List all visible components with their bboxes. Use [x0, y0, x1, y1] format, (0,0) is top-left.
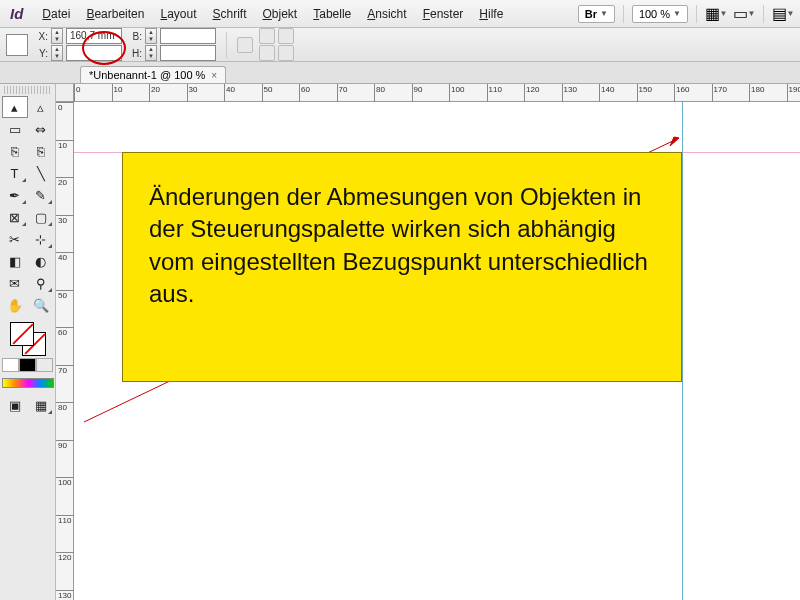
selection-tool[interactable]: ▴	[2, 96, 28, 118]
body-text: Änderungen der Abmesungen von Objekten i…	[149, 181, 655, 311]
bridge-button[interactable]: Br▼	[578, 5, 615, 23]
document-tab[interactable]: *Unbenannt-1 @ 100 % ×	[80, 66, 226, 83]
line-tool[interactable]: ╲	[28, 162, 54, 184]
menu-ansicht[interactable]: Ansicht	[360, 4, 413, 24]
menu-tabelle[interactable]: Tabelle	[306, 4, 358, 24]
canvas[interactable]: 0102030405060708090100110120130140150160…	[56, 84, 800, 600]
vertical-ruler[interactable]: 0102030405060708090100110120130	[56, 102, 74, 600]
scale-y-icon[interactable]	[259, 45, 275, 61]
fill-swatch[interactable]	[10, 322, 34, 346]
pencil-tool[interactable]: ✎	[28, 184, 54, 206]
arrange-documents-icon[interactable]: ▤▼	[772, 4, 794, 24]
fill-stroke-swatches[interactable]	[8, 322, 48, 356]
zoom-level[interactable]: 100 %▼	[632, 5, 688, 23]
tab-close-icon[interactable]: ×	[211, 70, 217, 81]
menu-objekt[interactable]: Objekt	[256, 4, 305, 24]
toolbox-grip[interactable]	[4, 86, 52, 94]
menu-bar: Id Datei Bearbeiten Layout Schrift Objek…	[0, 0, 800, 28]
app-logo: Id	[6, 5, 33, 22]
menu-datei[interactable]: Datei	[35, 4, 77, 24]
menu-hilfe[interactable]: Hilfe	[472, 4, 510, 24]
page-tool[interactable]: ▭	[2, 118, 28, 140]
x-stepper[interactable]: ▲▼	[51, 28, 63, 44]
pen-tool[interactable]: ✒	[2, 184, 28, 206]
type-tool[interactable]: T	[2, 162, 28, 184]
document-tabs: *Unbenannt-1 @ 100 % ×	[0, 62, 800, 84]
page[interactable]: Änderungen der Abmesungen von Objekten i…	[74, 102, 800, 600]
content-collector-tool[interactable]: ⎘	[2, 140, 28, 162]
constrain-icon[interactable]	[237, 37, 253, 53]
h-field[interactable]	[160, 45, 216, 61]
eyedropper-tool[interactable]: ⚲	[28, 272, 54, 294]
h-stepper[interactable]: ▲▼	[145, 45, 157, 61]
x-label: X:	[34, 31, 48, 42]
preview-view-icon[interactable]: ▦	[28, 394, 54, 416]
view-options-icon[interactable]: ▦▼	[705, 4, 727, 24]
control-panel: X: ▲▼ 160,7 mm Y: ▲▼ B: ▲▼ H: ▲▼	[0, 28, 800, 62]
scale-x-icon[interactable]	[259, 28, 275, 44]
rectangle-tool[interactable]: ▢	[28, 206, 54, 228]
direct-selection-tool[interactable]: ▵	[28, 96, 54, 118]
free-transform-tool[interactable]: ⊹	[28, 228, 54, 250]
scissors-tool[interactable]: ✂	[2, 228, 28, 250]
gradient-feather-tool[interactable]: ◐	[28, 250, 54, 272]
h-label: H:	[128, 48, 142, 59]
reference-point[interactable]	[6, 34, 28, 56]
menu-bearbeiten[interactable]: Bearbeiten	[79, 4, 151, 24]
b-label: B:	[128, 31, 142, 42]
apply-none-icon[interactable]	[36, 358, 53, 372]
zoom-tool[interactable]: 🔍	[28, 294, 54, 316]
apply-container-icon[interactable]	[2, 358, 19, 372]
color-theme-bar[interactable]	[2, 378, 54, 388]
b-stepper[interactable]: ▲▼	[145, 28, 157, 44]
x-field[interactable]: 160,7 mm	[66, 28, 122, 44]
shear-icon[interactable]	[278, 45, 294, 61]
normal-view-icon[interactable]: ▣	[2, 394, 28, 416]
hand-tool[interactable]: ✋	[2, 294, 28, 316]
note-tool[interactable]: ✉	[2, 272, 28, 294]
toolbox: ▴▵ ▭⇔ ⎘⎘ T╲ ✒✎ ⊠▢ ✂⊹ ◧◐ ✉⚲ ✋🔍 ▣ ▦	[0, 84, 56, 600]
y-stepper[interactable]: ▲▼	[51, 45, 63, 61]
rotate-icon[interactable]	[278, 28, 294, 44]
menu-fenster[interactable]: Fenster	[416, 4, 471, 24]
gradient-swatch-tool[interactable]: ◧	[2, 250, 28, 272]
rectangle-frame-tool[interactable]: ⊠	[2, 206, 28, 228]
menu-schrift[interactable]: Schrift	[205, 4, 253, 24]
content-placer-tool[interactable]: ⎘	[28, 140, 54, 162]
y-field[interactable]	[66, 45, 122, 61]
color-apply-modes	[2, 358, 53, 372]
gap-tool[interactable]: ⇔	[28, 118, 54, 140]
b-field[interactable]	[160, 28, 216, 44]
menu-layout[interactable]: Layout	[153, 4, 203, 24]
guide-vertical[interactable]	[682, 102, 683, 600]
apply-text-icon[interactable]	[19, 358, 36, 372]
tab-title: *Unbenannt-1 @ 100 %	[89, 69, 205, 81]
text-frame[interactable]: Änderungen der Abmesungen von Objekten i…	[122, 152, 682, 382]
y-label: Y:	[34, 48, 48, 59]
screen-mode-icon[interactable]: ▭▼	[733, 4, 755, 24]
svg-marker-1	[670, 137, 679, 146]
horizontal-ruler[interactable]: 0102030405060708090100110120130140150160…	[74, 84, 800, 102]
ruler-origin[interactable]	[56, 84, 74, 102]
workspace: ▴▵ ▭⇔ ⎘⎘ T╲ ✒✎ ⊠▢ ✂⊹ ◧◐ ✉⚲ ✋🔍 ▣ ▦ 010203…	[0, 84, 800, 600]
